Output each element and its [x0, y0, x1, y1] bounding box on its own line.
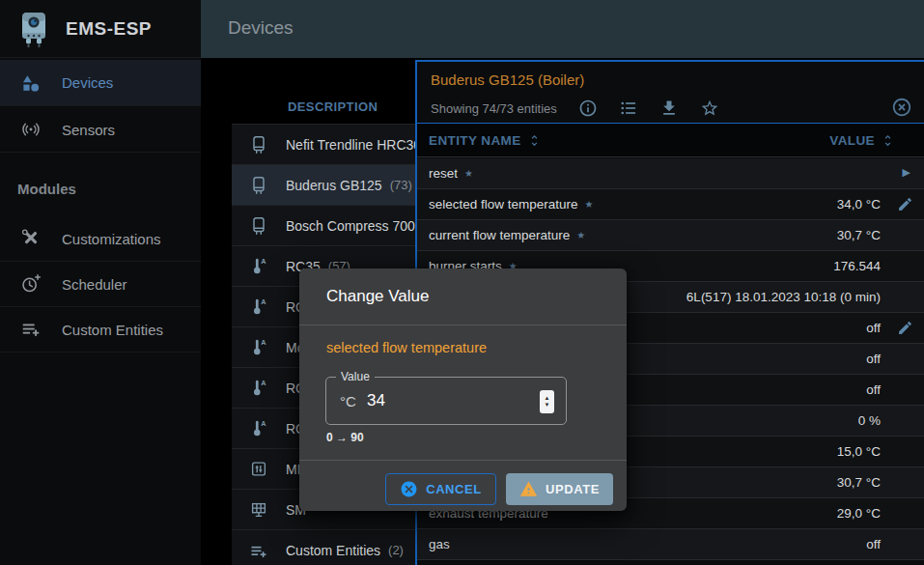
- sidebar-item-label: Customizations: [62, 231, 161, 247]
- entity-name: current flow temperature: [429, 228, 570, 242]
- sidebar-item-scheduler[interactable]: Scheduler: [0, 262, 201, 307]
- svg-text:A: A: [261, 379, 266, 387]
- dialog-entity-name: selected flow temperature: [326, 340, 487, 355]
- entity-value: 30,7 °C: [837, 475, 881, 490]
- thermostat-icon: A: [247, 418, 270, 439]
- entity-value: off: [866, 537, 881, 551]
- sidebar-item-label: Scheduler: [62, 276, 127, 293]
- description-column-header: DESCRIPTION: [288, 99, 378, 114]
- favorite-star-icon: ★: [464, 168, 473, 179]
- svg-text:A: A: [261, 257, 266, 266]
- sidebar-item-sensors[interactable]: Sensors: [0, 107, 201, 153]
- warning-triangle-icon: [519, 480, 538, 498]
- divider: [299, 325, 627, 325]
- edit-pencil-icon[interactable]: [897, 320, 913, 340]
- value-field-label: Value: [336, 370, 375, 383]
- sort-icon: [881, 133, 895, 148]
- sensors-icon: [19, 119, 42, 140]
- scheduler-clock-icon: [19, 273, 42, 295]
- custom-entities-icon: [247, 540, 270, 561]
- value-range-hint: 0 → 90: [326, 431, 364, 444]
- panel-title: Buderus GB125 (Boiler): [431, 71, 584, 88]
- thermostat-icon: A: [247, 256, 270, 277]
- cancel-button[interactable]: CANCEL: [385, 473, 496, 505]
- stepper-down-icon[interactable]: ▼: [545, 402, 550, 409]
- solar-icon: [247, 499, 270, 521]
- value-unit: °C: [340, 393, 356, 410]
- value-field[interactable]: Value °C ▲ ▼: [325, 377, 567, 425]
- expand-arrow-icon[interactable]: ▶: [903, 166, 910, 179]
- stepper-up-icon[interactable]: ▲: [545, 395, 550, 402]
- device-label: Buderus GB125: [286, 178, 382, 193]
- modules-section-label: Modules: [17, 181, 76, 197]
- devices-shapes-icon: [19, 72, 42, 94]
- info-icon[interactable]: [578, 99, 598, 118]
- entity-value: off: [866, 352, 881, 366]
- download-icon[interactable]: [659, 99, 679, 118]
- star-icon[interactable]: [700, 99, 719, 118]
- cancel-circle-x-icon: [400, 480, 418, 498]
- close-icon[interactable]: [891, 97, 912, 122]
- mixer-icon: [247, 459, 270, 480]
- entity-name: reset: [429, 166, 458, 181]
- sidebar-item-label: Devices: [62, 74, 113, 91]
- app-header: EMS-ESP: [0, 0, 201, 58]
- update-button[interactable]: UPDATE: [506, 473, 613, 505]
- boiler-icon: [247, 134, 270, 155]
- number-stepper[interactable]: ▲ ▼: [540, 390, 554, 413]
- column-label: ENTITY NAME: [429, 133, 521, 148]
- topbar: Devices: [201, 0, 924, 58]
- entity-value: 29,0 °C: [837, 506, 881, 521]
- sidebar-item-custom-entities[interactable]: Custom Entities: [0, 307, 201, 353]
- entity-row-current-flow-temp[interactable]: current flow temperature★ 30,7 °C: [417, 220, 924, 251]
- entity-value: 176.544: [833, 259, 881, 273]
- custom-entities-icon: [19, 319, 42, 340]
- boiler-icon: [247, 175, 270, 196]
- entity-row-gas[interactable]: gas off: [417, 529, 924, 560]
- entity-row-selected-flow-temp[interactable]: selected flow temperature★ 34,0 °C: [417, 189, 924, 220]
- sidebar-item-label: Sensors: [62, 122, 115, 138]
- sidebar-item-customizations[interactable]: Customizations: [0, 216, 201, 262]
- thermostat-icon: A: [247, 378, 270, 399]
- entity-value: off: [866, 382, 881, 397]
- app-title: EMS-ESP: [66, 18, 152, 40]
- svg-text:A: A: [261, 297, 266, 306]
- page-title: Devices: [228, 17, 294, 39]
- device-label: Bosch Compress 700: [286, 218, 415, 234]
- device-entity-count: (73): [390, 178, 412, 192]
- entity-name-column-header[interactable]: ENTITY NAME: [429, 133, 542, 148]
- thermostat-icon: A: [247, 337, 270, 358]
- cancel-button-label: CANCEL: [426, 482, 482, 496]
- entity-name: gas: [429, 537, 450, 551]
- dialog-title: Change Value: [326, 287, 430, 306]
- entity-name: selected flow temperature: [429, 197, 578, 212]
- column-label: VALUE: [829, 133, 875, 148]
- device-label: Custom Entities: [286, 543, 380, 558]
- sidebar-item-label: Custom Entities: [62, 322, 163, 338]
- svg-text:A: A: [261, 338, 266, 347]
- device-entity-count: (2): [388, 543, 404, 557]
- change-value-dialog: Change Value selected flow temperature V…: [299, 268, 627, 511]
- divider: [299, 460, 627, 461]
- value-column-header[interactable]: VALUE: [829, 133, 895, 148]
- favorite-star-icon: ★: [585, 199, 594, 210]
- list-icon[interactable]: [619, 99, 638, 118]
- entity-value: 30,7 °C: [837, 228, 881, 242]
- entity-row-reset[interactable]: reset★ ▶: [417, 158, 924, 189]
- entity-table-header: ENTITY NAME VALUE: [417, 123, 924, 157]
- edit-pencil-icon[interactable]: [897, 196, 913, 216]
- entity-value: 34,0 °C: [837, 197, 881, 212]
- entity-value: 0 %: [858, 413, 881, 428]
- thermostat-icon: A: [247, 297, 270, 318]
- entity-count-text: Showing 74/73 entities: [431, 101, 557, 116]
- entity-value: 15,0 °C: [837, 444, 881, 459]
- sort-icon: [527, 133, 542, 148]
- sidebar-item-devices[interactable]: Devices: [0, 60, 201, 106]
- svg-text:A: A: [261, 419, 266, 428]
- sidebar: EMS-ESP Devices Sensors Modules: [0, 0, 201, 565]
- value-input[interactable]: [367, 391, 492, 410]
- entity-value: off: [866, 321, 881, 335]
- favorite-star-icon: ★: [576, 230, 585, 240]
- customizations-tools-icon: [19, 228, 42, 249]
- entity-value: 6L(517) 18.01.2023 10:18 (0 min): [686, 290, 881, 304]
